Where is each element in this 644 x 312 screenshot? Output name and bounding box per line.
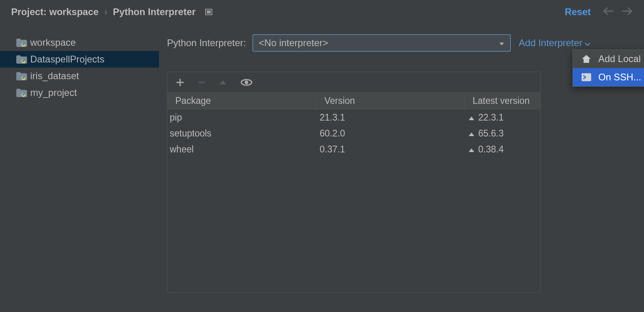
sidebar-item-label: iris_dataset xyxy=(30,70,79,82)
cell-package: wheel xyxy=(167,144,316,155)
add-interpreter-label: Add Interpreter xyxy=(519,37,582,49)
table-row[interactable]: pip 21.3.1 22.3.1 xyxy=(167,109,540,125)
main-panel: Python Interpreter: <No interpreter> Add… xyxy=(159,24,644,312)
table-header: Package Version Latest version xyxy=(167,93,540,109)
cell-package: pip xyxy=(167,112,316,123)
breadcrumb-separator: › xyxy=(104,6,107,18)
back-arrow-icon xyxy=(603,6,614,18)
breadcrumb-project[interactable]: Project: workspace xyxy=(11,6,99,18)
column-latest[interactable]: Latest version xyxy=(465,93,540,109)
show-early-releases-button[interactable] xyxy=(241,78,252,86)
ssh-icon xyxy=(581,72,592,82)
add-package-button[interactable] xyxy=(176,78,184,86)
upgrade-package-button[interactable] xyxy=(219,80,227,85)
cell-version: 60.2.0 xyxy=(316,128,465,139)
sidebar-item-label: my_project xyxy=(30,87,77,98)
menu-item-label: Add Local Interpreter... xyxy=(598,53,644,64)
expand-icon[interactable] xyxy=(205,6,212,18)
table-row[interactable]: setuptools 60.2.0 65.6.3 xyxy=(167,125,540,141)
add-interpreter-menu: Add Local Interpreter... On SSH... xyxy=(572,49,644,87)
sidebar-item-label: workspace xyxy=(30,37,76,48)
upgrade-available-icon xyxy=(468,144,475,155)
python-folder-icon xyxy=(16,55,27,64)
cell-package: setuptools xyxy=(167,128,316,139)
reset-button[interactable]: Reset xyxy=(565,6,591,18)
forward-arrow-icon xyxy=(622,6,633,18)
cell-latest-value: 65.6.3 xyxy=(478,128,504,139)
column-version[interactable]: Version xyxy=(316,93,465,109)
menu-item-on-ssh[interactable]: On SSH... xyxy=(573,68,644,86)
sidebar-item-iris-dataset[interactable]: iris_dataset xyxy=(0,68,159,84)
nav-arrows xyxy=(603,6,633,18)
interpreter-select-value: <No interpreter> xyxy=(259,37,328,49)
add-interpreter-link[interactable]: Add Interpreter xyxy=(519,37,590,49)
table-row[interactable]: wheel 0.37.1 0.38.4 xyxy=(167,141,540,157)
cell-version: 21.3.1 xyxy=(316,112,465,123)
cell-latest: 22.3.1 xyxy=(465,112,540,123)
packages-toolbar xyxy=(167,72,541,92)
svg-rect-8 xyxy=(582,73,591,81)
svg-rect-1 xyxy=(207,10,211,14)
menu-item-label: On SSH... xyxy=(598,72,641,83)
remove-package-button[interactable] xyxy=(198,78,206,86)
python-folder-icon xyxy=(16,88,27,97)
header-bar: Project: workspace › Python Interpreter … xyxy=(0,0,644,24)
header-actions: Reset xyxy=(565,6,633,18)
svg-point-7 xyxy=(245,80,248,84)
cell-version: 0.37.1 xyxy=(316,144,465,155)
cell-latest: 65.6.3 xyxy=(465,128,540,139)
chevron-down-icon xyxy=(499,37,504,49)
chevron-down-icon xyxy=(585,37,590,49)
menu-item-add-local[interactable]: Add Local Interpreter... xyxy=(573,50,644,68)
table-body: pip 21.3.1 22.3.1 setuptools 60.2.0 xyxy=(167,109,540,292)
cell-latest-value: 22.3.1 xyxy=(478,112,504,123)
interpreter-select[interactable]: <No interpreter> xyxy=(252,34,511,52)
packages-table: Package Version Latest version pip 21.3.… xyxy=(167,92,541,293)
column-package[interactable]: Package xyxy=(167,93,316,109)
python-folder-icon xyxy=(16,72,27,80)
sidebar-item-label: DataspellProjects xyxy=(30,54,105,65)
project-sidebar: workspace DataspellProjects iris_dataset… xyxy=(0,24,159,312)
cell-latest: 0.38.4 xyxy=(465,144,540,155)
sidebar-item-workspace[interactable]: workspace xyxy=(0,34,159,51)
upgrade-available-icon xyxy=(468,128,475,139)
sidebar-item-my-project[interactable]: my_project xyxy=(0,84,159,101)
home-icon xyxy=(581,54,592,64)
upgrade-available-icon xyxy=(468,112,475,123)
breadcrumb: Project: workspace › Python Interpreter xyxy=(11,6,565,18)
python-folder-icon xyxy=(16,38,27,47)
sidebar-item-dataspellprojects[interactable]: DataspellProjects xyxy=(0,51,159,68)
cell-latest-value: 0.38.4 xyxy=(478,144,504,155)
interpreter-label: Python Interpreter: xyxy=(167,37,246,49)
breadcrumb-current: Python Interpreter xyxy=(113,6,196,18)
